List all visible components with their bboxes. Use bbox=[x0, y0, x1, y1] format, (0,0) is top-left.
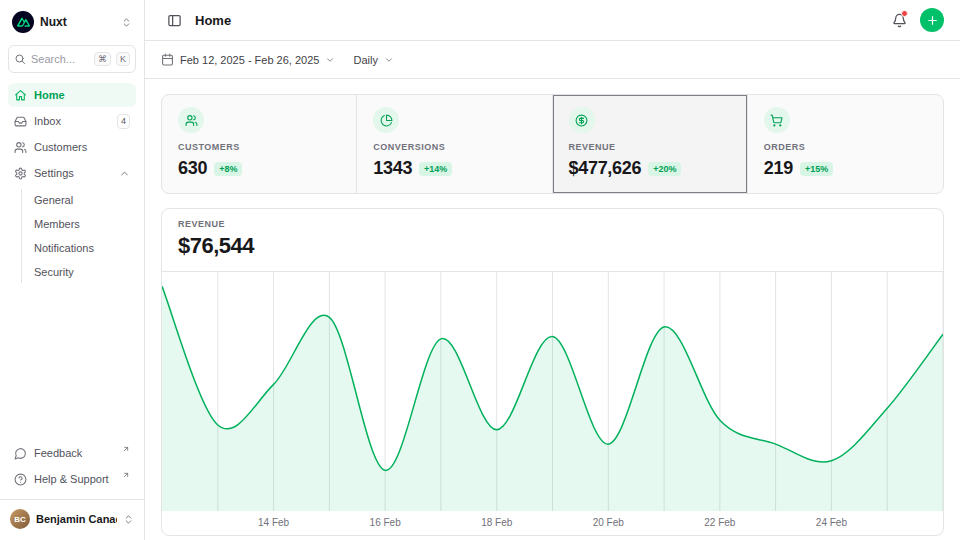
home-icon bbox=[14, 89, 27, 102]
sidebar-item-label: Help & Support bbox=[34, 473, 117, 485]
revenue-area-chart[interactable] bbox=[162, 272, 943, 511]
stats-row: Customers 630 +8% Conversions 1343 +14% bbox=[161, 94, 944, 194]
sidebar-item-home[interactable]: Home bbox=[8, 83, 136, 107]
chevron-down-icon bbox=[325, 55, 335, 65]
sidebar-item-label: Feedback bbox=[34, 447, 117, 459]
chart-title: Revenue bbox=[178, 219, 927, 229]
inbox-count-badge: 4 bbox=[117, 114, 130, 129]
stat-delta-badge: +20% bbox=[648, 162, 681, 176]
x-axis-label: 20 Feb bbox=[593, 517, 624, 528]
revenue-chart-header: Revenue $76,544 bbox=[162, 209, 943, 272]
date-range-label: Feb 12, 2025 - Feb 26, 2025 bbox=[180, 54, 319, 66]
avatar: BC bbox=[10, 509, 30, 529]
stat-card-revenue[interactable]: Revenue $477,626 +20% bbox=[553, 95, 748, 193]
external-link-icon bbox=[122, 471, 130, 479]
x-axis-label: 18 Feb bbox=[481, 517, 512, 528]
submenu-item-label: General bbox=[34, 194, 73, 206]
sidebar-item-notifications[interactable]: Notifications bbox=[28, 237, 136, 259]
page-header: Home bbox=[145, 0, 960, 41]
chart-plot-area[interactable] bbox=[162, 272, 943, 511]
chevron-up-icon bbox=[119, 168, 130, 179]
stat-card-conversions[interactable]: Conversions 1343 +14% bbox=[357, 95, 552, 193]
user-menu[interactable]: BC Benjamin Canac bbox=[0, 499, 144, 532]
page-title: Home bbox=[195, 13, 878, 28]
user-name: Benjamin Canac bbox=[36, 513, 117, 525]
main-area: Home Feb 12, 2025 - Feb 26, 2025 bbox=[145, 0, 960, 540]
sidebar: Nuxt ⌘ K Home Inb bbox=[0, 0, 145, 540]
notification-dot bbox=[901, 10, 908, 17]
stat-label: Revenue bbox=[569, 142, 731, 152]
dashboard-app: Nuxt ⌘ K Home Inb bbox=[0, 0, 960, 540]
chevrons-up-down-icon bbox=[123, 514, 134, 525]
create-button[interactable] bbox=[920, 8, 944, 32]
sidebar-item-label: Customers bbox=[34, 141, 130, 153]
x-axis-label: 24 Feb bbox=[816, 517, 847, 528]
date-range-picker[interactable]: Feb 12, 2025 - Feb 26, 2025 bbox=[161, 49, 335, 70]
sidebar-item-security[interactable]: Security bbox=[28, 261, 136, 283]
chart-pie-icon bbox=[373, 107, 399, 133]
dollar-circle-icon bbox=[569, 107, 595, 133]
stat-label: Orders bbox=[764, 142, 927, 152]
calendar-icon bbox=[161, 53, 174, 66]
x-axis-label: 22 Feb bbox=[704, 517, 735, 528]
chevrons-up-down-icon bbox=[121, 17, 132, 28]
stat-label: Customers bbox=[178, 142, 340, 152]
k-key-badge: K bbox=[116, 52, 130, 67]
search-input[interactable] bbox=[31, 53, 89, 65]
search-icon bbox=[14, 53, 26, 65]
sidebar-item-label: Inbox bbox=[34, 115, 110, 127]
submenu-item-label: Security bbox=[34, 266, 74, 278]
x-axis-label: 14 Feb bbox=[258, 517, 289, 528]
sidebar-item-members[interactable]: Members bbox=[28, 213, 136, 235]
users-icon bbox=[178, 107, 204, 133]
sidebar-item-help-support[interactable]: Help & Support bbox=[8, 467, 136, 491]
x-axis-label: 16 Feb bbox=[370, 517, 401, 528]
message-bubble-icon bbox=[14, 447, 27, 460]
sidebar-nav: Home Inbox 4 Customers Settings bbox=[8, 83, 136, 283]
submenu-item-label: Notifications bbox=[34, 242, 94, 254]
sidebar-item-label: Home bbox=[34, 89, 130, 101]
settings-submenu: General Members Notifications Security bbox=[21, 189, 136, 283]
chevron-down-icon bbox=[384, 55, 394, 65]
sidebar-item-inbox[interactable]: Inbox 4 bbox=[8, 109, 136, 133]
workspace-switcher[interactable]: Nuxt bbox=[8, 8, 136, 36]
shopping-cart-icon bbox=[764, 107, 790, 133]
filters-toolbar: Feb 12, 2025 - Feb 26, 2025 Daily bbox=[145, 41, 960, 79]
sidebar-item-general[interactable]: General bbox=[28, 189, 136, 211]
workspace-name: Nuxt bbox=[40, 15, 115, 29]
revenue-chart-panel: Revenue $76,544 14 Feb16 Feb18 Feb20 Feb… bbox=[161, 208, 944, 536]
sidebar-item-label: Settings bbox=[34, 167, 112, 179]
sidebar-item-settings[interactable]: Settings bbox=[8, 161, 136, 185]
sidebar-item-feedback[interactable]: Feedback bbox=[8, 441, 136, 465]
search-box[interactable]: ⌘ K bbox=[8, 45, 136, 73]
dashboard-content: Customers 630 +8% Conversions 1343 +14% bbox=[145, 79, 960, 540]
granularity-select[interactable]: Daily bbox=[353, 50, 393, 70]
x-axis: 14 Feb16 Feb18 Feb20 Feb22 Feb24 Feb bbox=[162, 511, 943, 535]
stat-delta-badge: +14% bbox=[419, 162, 452, 176]
stat-delta-badge: +15% bbox=[800, 162, 833, 176]
collapse-sidebar-button[interactable] bbox=[161, 7, 187, 33]
granularity-label: Daily bbox=[353, 54, 377, 66]
help-circle-icon bbox=[14, 473, 27, 486]
stat-value: 219 bbox=[764, 158, 793, 179]
stat-value: 630 bbox=[178, 158, 207, 179]
stat-value: $477,626 bbox=[569, 158, 642, 179]
inbox-icon bbox=[14, 115, 27, 128]
stat-delta-badge: +8% bbox=[214, 162, 242, 176]
sidebar-spacer bbox=[8, 283, 136, 441]
panel-left-icon bbox=[167, 13, 182, 28]
gear-icon bbox=[14, 167, 27, 180]
sidebar-item-customers[interactable]: Customers bbox=[8, 135, 136, 159]
stat-value: 1343 bbox=[373, 158, 412, 179]
external-link-icon bbox=[122, 445, 130, 453]
cmd-key-badge: ⌘ bbox=[94, 52, 111, 67]
stat-card-orders[interactable]: Orders 219 +15% bbox=[748, 95, 943, 193]
notifications-button[interactable] bbox=[886, 7, 912, 33]
chart-total-value: $76,544 bbox=[178, 233, 927, 259]
sidebar-footer: Feedback Help & Support bbox=[8, 441, 136, 491]
nuxt-logo-icon bbox=[12, 11, 34, 33]
stat-card-customers[interactable]: Customers 630 +8% bbox=[162, 95, 357, 193]
plus-icon bbox=[926, 14, 939, 27]
users-icon bbox=[14, 141, 27, 154]
stat-label: Conversions bbox=[373, 142, 535, 152]
